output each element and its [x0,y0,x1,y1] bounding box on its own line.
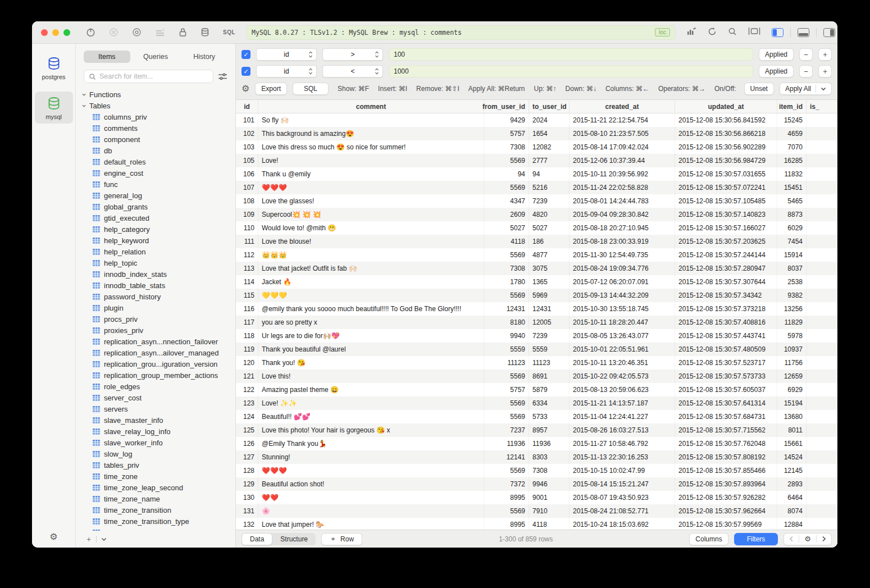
cell-id[interactable]: 103 [236,140,258,154]
cell-updated-at[interactable]: 2015-12-08 15:30:56.841592 [675,113,777,127]
cell-comment[interactable]: @emily thank you soooo much beautiful!!!… [258,302,484,316]
cell-updated-at[interactable]: 2015-12-08 15:30:57.684731 [675,410,777,423]
cell-id[interactable]: 120 [236,356,258,370]
cell-is[interactable] [807,477,837,491]
table-row[interactable]: 114Jacket 🔥178013652015-07-12 06:20:07.0… [236,275,837,289]
filter-applied-button[interactable]: Applied [759,48,794,61]
filters-button[interactable]: Filters [734,533,778,545]
sidebar-table-item[interactable]: func [81,179,235,190]
sidebar-table-item[interactable]: time_zone_transition_type [81,516,235,527]
cell-to-user-id[interactable]: 7239 [529,329,570,343]
sidebar-table-item[interactable]: time_zone_transition [81,504,235,516]
cell-from-user-id[interactable]: 11123 [484,356,529,370]
cell-updated-at[interactable]: 2015-12-08 15:30:57.140823 [675,208,777,221]
cell-comment[interactable]: Love this photo! Your hair is gorgeous 😘… [258,423,484,437]
cell-id[interactable]: 128 [236,464,258,477]
cell-item-id[interactable]: 15914 [777,248,807,262]
table-settings-gear-icon[interactable]: ⚙ [799,535,816,543]
sidebar-table-item[interactable]: help_category [81,224,235,235]
zoom-window-button[interactable] [63,29,70,36]
cell-created-at[interactable]: 2015-11-04 12:24:41.227 [570,410,675,423]
cell-updated-at[interactable]: 2015-12-08 15:30:57.855466 [675,464,777,477]
structure-view-tab[interactable]: Structure [272,533,316,545]
cell-is[interactable] [807,221,837,235]
cell-id[interactable]: 122 [236,383,258,396]
cell-item-id[interactable]: 11829 [777,316,807,329]
cell-comment[interactable]: Would love to! @mith 😬 [258,221,484,235]
cell-updated-at[interactable]: 2015-12-08 15:30:57.573733 [675,370,777,383]
cell-created-at[interactable]: 2015-08-24 21:08:52.771 [570,504,675,518]
cell-created-at[interactable]: 2015-10-22 09:42:05.573 [570,370,675,383]
cell-created-at[interactable]: 2015-07-12 06:20:07.091 [570,275,675,289]
cell-created-at[interactable]: 2015-11-24 22:02:58.828 [570,181,675,194]
cell-id[interactable]: 115 [236,289,258,302]
sidebar-search-input[interactable] [99,72,208,80]
cell-from-user-id[interactable]: 8995 [484,518,529,530]
cell-from-user-id[interactable]: 5569 [484,370,529,383]
cell-item-id[interactable]: 6929 [777,383,807,396]
cell-from-user-id[interactable]: 94 [484,167,529,181]
table-row[interactable]: 123Love! ✨✨556963342015-11-21 14:13:57.1… [236,396,837,410]
tab-items[interactable]: Items [84,51,130,63]
cell-item-id[interactable]: 8037 [777,262,807,275]
cell-item-id[interactable]: 12884 [777,518,807,530]
cell-id[interactable]: 129 [236,477,258,491]
cell-from-user-id[interactable]: 4347 [484,194,529,208]
sidebar-table-item[interactable]: plugin [81,302,235,313]
column-header-comment[interactable]: comment [258,100,484,113]
cell-id[interactable]: 124 [236,410,258,423]
cell-comment[interactable]: Love! ✨✨ [258,396,484,410]
cell-updated-at[interactable]: 2015-12-08 15:30:57.244144 [675,248,777,262]
cell-comment[interactable]: Thank you beautiful @laurel [258,343,484,356]
close-window-button[interactable] [41,29,48,36]
table-row[interactable]: 101So fly 🙌🏻942920242015-11-21 22:12:54.… [236,113,837,127]
cell-item-id[interactable]: 7070 [777,140,807,154]
cell-created-at[interactable]: 2015-11-27 10:58:46.792 [570,437,675,450]
table-row[interactable]: 110Would love to! @mith 😬502750272015-08… [236,221,837,235]
cell-item-id[interactable]: 10937 [777,343,807,356]
cell-id[interactable]: 102 [236,127,258,140]
cell-is[interactable] [807,437,837,450]
sql-console-button[interactable]: SQL [223,29,235,35]
cell-comment[interactable]: Love this! [258,370,484,383]
table-row[interactable]: 106Thank u @emily94942015-10-11 20:39:56… [236,167,837,181]
cell-created-at[interactable]: 2015-10-01 22:05:51.961 [570,343,675,356]
add-filter-button[interactable]: ＋ [818,65,832,78]
cell-from-user-id[interactable]: 8995 [484,491,529,504]
sidebar-table-item[interactable]: role_edges [81,381,235,392]
table-row[interactable]: 107❤️❤️❤️556952162015-11-24 22:02:58.828… [236,181,837,194]
cell-created-at[interactable]: 2015-08-14 17:09:42.024 [570,140,675,154]
cell-from-user-id[interactable]: 7308 [484,262,529,275]
column-header-created_at[interactable]: created_at [570,100,675,113]
cell-to-user-id[interactable]: 11123 [529,356,570,370]
sidebar-table-item[interactable]: proxies_priv [81,325,235,336]
cell-from-user-id[interactable]: 2609 [484,208,529,221]
cell-id[interactable]: 111 [236,235,258,248]
cell-updated-at[interactable]: 2015-12-08 15:30:56.866218 [675,127,777,140]
cell-item-id[interactable]: 15194 [777,396,807,410]
cell-to-user-id[interactable]: 11936 [529,437,570,450]
cell-item-id[interactable]: 5978 [777,329,807,343]
cell-is[interactable] [807,113,837,127]
cell-created-at[interactable]: 2015-08-10 21:23:57.505 [570,127,675,140]
table-row[interactable]: 120Thank you! 😘11123111232015-10-11 13:2… [236,356,837,370]
cell-updated-at[interactable]: 2015-12-08 15:30:57.808192 [675,450,777,464]
filter-operator-select[interactable]: > [322,48,383,61]
cell-is[interactable] [807,491,837,504]
column-header-is_[interactable]: is_ [807,100,837,113]
cell-is[interactable] [807,302,837,316]
cell-item-id[interactable]: 15661 [777,437,807,450]
cell-to-user-id[interactable]: 2024 [529,113,570,127]
cell-id[interactable]: 131 [236,504,258,518]
sidebar-table-item[interactable]: time_zone [81,471,235,482]
connection-mysql[interactable]: mysql [35,92,73,124]
sidebar-table-item[interactable]: slave_worker_info [81,437,235,448]
sidebar-table-item[interactable]: global_grants [81,201,235,212]
cell-is[interactable] [807,289,837,302]
table-row[interactable]: 124Beautiful!! 💕💕556957332015-11-04 12:2… [236,410,837,423]
table-row[interactable]: 127Stunning!1214183032015-11-13 22:30:16… [236,450,837,464]
cell-updated-at[interactable]: 2015-12-08 15:30:57.373218 [675,302,777,316]
cell-from-user-id[interactable]: 8180 [484,316,529,329]
cell-from-user-id[interactable]: 7308 [484,140,529,154]
cell-item-id[interactable]: 11832 [777,167,807,181]
